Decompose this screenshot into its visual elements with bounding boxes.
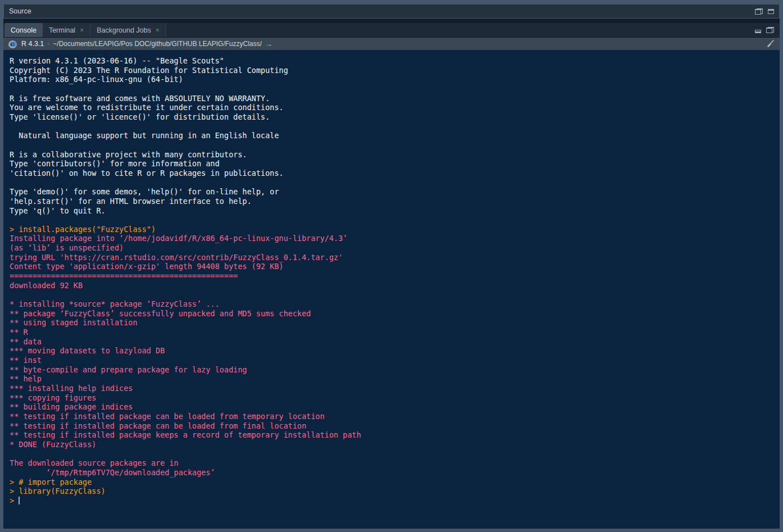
- maximize-window-icon[interactable]: [768, 9, 774, 14]
- console-line: ** building package indices: [10, 402, 780, 412]
- console-line: ** testing if installed package keeps a …: [10, 430, 780, 440]
- source-pane-header: Source: [3, 4, 780, 19]
- console-line: ** help: [10, 374, 780, 384]
- console-line: ** testing if installed package can be l…: [10, 421, 780, 431]
- console-line: ‘/tmp/Rtmp6TV7Qe/downloaded_packages’: [10, 468, 780, 478]
- console-line: Copyright (C) 2023 The R Foundation for …: [10, 66, 780, 75]
- pane-divider: [3, 19, 780, 23]
- console-line: > # import package: [10, 478, 780, 487]
- console-line: * DONE (FuzzyClass): [10, 440, 780, 449]
- console-line: Type 'contributors()' for more informati…: [10, 159, 780, 169]
- console-line: ========================================…: [10, 271, 780, 281]
- console-line: ** testing if installed package can be l…: [10, 412, 780, 421]
- console-line: The downloaded source packages are in: [10, 458, 780, 468]
- console-line: ** data: [10, 337, 780, 347]
- console-line: downloaded 92 KB: [10, 281, 780, 290]
- tab-terminal[interactable]: Terminal ×: [43, 23, 90, 37]
- console-tabbar: Console Terminal × Background Jobs ×: [3, 23, 780, 38]
- text-cursor: [19, 497, 20, 504]
- tab-console[interactable]: Console: [4, 23, 43, 37]
- close-icon[interactable]: ×: [80, 27, 84, 34]
- close-icon[interactable]: ×: [156, 27, 160, 34]
- console-line: Type 'license()' or 'licence()' for dist…: [10, 112, 780, 122]
- console-line: Natural language support but running in …: [10, 131, 780, 140]
- console-line: [10, 122, 780, 131]
- working-directory-path[interactable]: ~/Documents/LEAPIG/Pos DOC/github/GITHUB…: [53, 40, 262, 48]
- tab-terminal-label: Terminal: [49, 26, 75, 34]
- tab-console-label: Console: [11, 26, 37, 34]
- console-output[interactable]: R version 4.3.1 (2023-06-16) -- "Beagle …: [3, 51, 780, 529]
- console-line: R is free software and comes with ABSOLU…: [10, 94, 780, 103]
- tab-background-jobs[interactable]: Background Jobs ×: [90, 23, 166, 37]
- separator-dot: ·: [47, 40, 49, 48]
- console-pane-window-controls: [755, 23, 780, 37]
- r-logo-icon: R: [8, 39, 18, 49]
- console-line: [10, 215, 780, 225]
- console-line: ** using staged installation: [10, 318, 780, 328]
- console-line: ** package ‘FuzzyClass’ successfully unp…: [10, 309, 780, 319]
- console-line: (as ‘lib’ is unspecified): [10, 243, 780, 253]
- console-line: > library(FuzzyClass): [10, 486, 780, 496]
- tab-background-jobs-label: Background Jobs: [97, 26, 151, 34]
- console-line: ** byte-compile and prepare package for …: [10, 365, 780, 375]
- console-line: You are welcome to redistribute it under…: [10, 103, 780, 112]
- restore-window-icon[interactable]: [766, 27, 774, 33]
- console-line: * installing *source* package ‘FuzzyClas…: [10, 299, 780, 309]
- console-pane: Console Terminal × Background Jobs × R R…: [3, 23, 780, 529]
- restore-window-icon[interactable]: [755, 8, 763, 15]
- clear-console-broom-icon[interactable]: [766, 39, 775, 48]
- console-line: *** moving datasets to lazyload DB: [10, 346, 780, 356]
- console-line: Type 'q()' to quit R.: [10, 206, 780, 216]
- console-line: 'help.start()' for an HTML browser inter…: [10, 197, 780, 206]
- console-line: Installing package into ‘/home/jodavidf/…: [10, 234, 780, 243]
- console-line: *** copying figures: [10, 393, 780, 403]
- console-line: [10, 178, 780, 188]
- console-line: > install.packages("FuzzyClass"): [10, 225, 780, 234]
- console-line: >: [10, 496, 780, 506]
- console-line: [10, 449, 780, 459]
- console-line: [10, 290, 780, 299]
- console-line: trying URL 'https://cran.rstudio.com/src…: [10, 253, 780, 262]
- console-line: *** installing help indices: [10, 384, 780, 393]
- console-line: R version 4.3.1 (2023-06-16) -- "Beagle …: [10, 56, 780, 66]
- console-line: [10, 140, 780, 150]
- console-line: Content type 'application/x-gzip' length…: [10, 262, 780, 271]
- console-line: 'citation()' on how to cite R or R packa…: [10, 169, 780, 178]
- r-version-label[interactable]: R 4.3.1: [21, 40, 44, 48]
- console-line: ** inst: [10, 356, 780, 365]
- console-line: Platform: x86_64-pc-linux-gnu (64-bit): [10, 75, 780, 84]
- console-line: [10, 84, 780, 94]
- minimize-window-icon[interactable]: [755, 30, 761, 33]
- source-pane-window-controls: [755, 8, 774, 15]
- console-line: Type 'demo()' for some demos, 'help()' f…: [10, 187, 780, 197]
- console-toolbar: R R 4.3.1 · ~/Documents/LEAPIG/Pos DOC/g…: [3, 38, 780, 51]
- console-line: ** R: [10, 328, 780, 337]
- source-pane-title: Source: [9, 7, 31, 15]
- console-line: R is a collaborative project with many c…: [10, 150, 780, 160]
- goto-directory-arrow-icon[interactable]: →: [265, 40, 272, 48]
